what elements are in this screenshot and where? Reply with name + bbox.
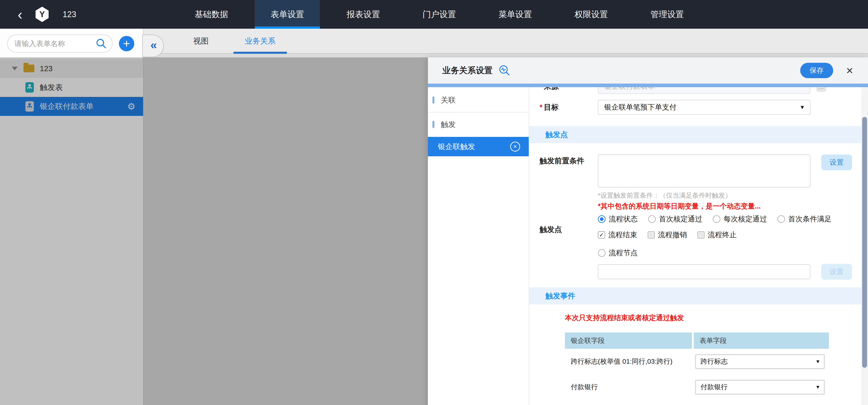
table-picker-icon	[816, 87, 826, 92]
node-input[interactable]	[598, 264, 810, 279]
back-icon[interactable]: ‹	[18, 2, 22, 27]
form-field-select[interactable]: 付款银行 ▼	[695, 380, 825, 394]
gear-icon[interactable]: ⚙	[127, 102, 135, 111]
table-header-row: 银企联字段 表单字段	[565, 333, 829, 349]
form-tree-sidebar: + 123 触发表	[0, 29, 144, 405]
nav-tab-base-data[interactable]: 基础数据	[179, 0, 244, 29]
node-radio-row: 流程节点	[598, 248, 868, 258]
nav-tab-permission-settings[interactable]: 权限设置	[559, 0, 624, 29]
required-mark: *	[539, 87, 542, 91]
search-icon[interactable]	[95, 38, 107, 49]
radio-icon	[777, 215, 785, 223]
check-icon: ✓	[599, 232, 604, 238]
relation-form-main: *来源 *目标 银企联单笔预下单支付 ▼	[529, 87, 868, 405]
radio-first-approval[interactable]: 首次核定通过	[648, 214, 702, 224]
nav-tab-form-settings[interactable]: 表单设置	[255, 0, 320, 29]
select-value: 跨行标志	[701, 357, 727, 366]
node-set-button[interactable]: 设置	[821, 264, 852, 280]
tab-view[interactable]: 视图	[182, 29, 220, 53]
canvas-tabs: 视图 业务关系	[144, 29, 868, 54]
radio-icon	[648, 215, 656, 223]
section-title: 触发点	[546, 130, 568, 140]
radio-process-status[interactable]: 流程状态	[598, 214, 638, 224]
dropdown-caret-icon: ▼	[800, 104, 805, 110]
radio-every-approval[interactable]: 每次核定通过	[713, 214, 767, 224]
remove-circle-x-icon[interactable]: ×	[510, 142, 520, 151]
select-value: 付款银行	[701, 382, 727, 392]
business-relation-drawer: 业务关系设置 保存 × 关联 触发	[428, 57, 868, 405]
required-mark: *	[539, 103, 542, 111]
nav-tab-menu-settings[interactable]: 菜单设置	[483, 0, 548, 29]
trigger-event-warning: 本次只支持流程结束或者核定通过触发	[565, 313, 868, 323]
subnav-divider	[428, 112, 529, 112]
section-trigger-point: 触发点	[529, 126, 868, 143]
nav-tab-report-settings[interactable]: 报表设置	[331, 0, 396, 29]
form-doc-icon	[25, 101, 34, 112]
checkbox-process-terminate[interactable]: ✓ 流程终止	[698, 230, 737, 240]
radio-process-node[interactable]: 流程节点	[598, 248, 638, 258]
form-field-select[interactable]: 跨行标志 ▼	[695, 355, 825, 369]
precondition-set-button[interactable]: 设置	[821, 155, 852, 170]
section-trigger-event: 触发事件	[529, 287, 868, 304]
table-row: 付款账号 付款账号 ▼	[565, 400, 829, 405]
radio-icon	[598, 215, 606, 223]
drawer-header: 业务关系设置 保存 ×	[428, 57, 868, 83]
bank-field-cell: 付款银行	[565, 382, 695, 392]
drawer-body: 关联 触发 银企联触发 × *来源	[428, 87, 868, 405]
vertical-scrollbar[interactable]	[861, 87, 868, 405]
inspect-pulse-icon[interactable]	[498, 64, 510, 76]
subnav-label: 银企联触发	[438, 142, 475, 152]
close-icon[interactable]: ×	[846, 65, 853, 76]
trigger-point-row: 触发点 流程状态 首次核定通过	[529, 214, 868, 280]
tab-business-relation[interactable]: 业务关系	[234, 29, 287, 53]
subnav-item-association[interactable]: 关联	[428, 92, 529, 108]
subnav-item-trigger[interactable]: 触发	[428, 116, 529, 133]
item-marker	[432, 96, 434, 104]
table-row: 跨行标志(枚举值 01:同行,03:跨行) 跨行标志 ▼	[565, 349, 829, 374]
target-row: *目标 银企联单笔预下单支付 ▼	[529, 100, 868, 115]
radio-icon	[598, 249, 606, 257]
subnav-item-bank-trigger[interactable]: 银企联触发 ×	[428, 137, 529, 156]
search-box[interactable]	[7, 35, 113, 53]
checkbox-icon: ✓	[598, 231, 605, 239]
tree-item-label: 银企联付款表单	[40, 101, 94, 111]
precondition-label: 触发前置条件	[529, 155, 598, 188]
collapse-sidebar-button[interactable]: «	[142, 35, 164, 57]
source-row: *来源	[529, 87, 868, 94]
precondition-textarea[interactable]	[598, 155, 810, 188]
dropdown-caret-icon: ▼	[815, 359, 820, 365]
add-form-button[interactable]: +	[119, 36, 134, 51]
nav-tab-admin-settings[interactable]: 管理设置	[634, 0, 700, 29]
target-select[interactable]: 银企联单笔预下单支付 ▼	[598, 100, 810, 115]
tree-item-trigger-table[interactable]: 触发表	[0, 78, 143, 97]
tree-item-bank-payment-form[interactable]: 银企联付款表单 ⚙	[0, 97, 143, 116]
precondition-warning: *其中包含的系统日期等日期变量，是一个动态变量...	[598, 201, 868, 211]
save-button[interactable]: 保存	[800, 63, 833, 78]
vertical-scrollbar-thumb[interactable]	[862, 117, 867, 368]
tree-item-folder-123[interactable]: 123	[0, 59, 143, 78]
search-input[interactable]	[14, 39, 95, 48]
column-header-bank-field: 银企联字段	[565, 333, 694, 349]
nav-tab-portal-settings[interactable]: 门户设置	[407, 0, 472, 29]
status-radio-row: 流程状态 首次核定通过 每次核定通过	[598, 214, 868, 224]
top-nav-tabs: 基础数据 表单设置 报表设置 门户设置 菜单设置 权限设置 管理设置	[174, 0, 705, 29]
tree-folder-label: 123	[40, 64, 53, 73]
bank-field-cell: 跨行标志(枚举值 01:同行,03:跨行)	[565, 357, 695, 366]
dropdown-caret-icon: ▼	[815, 384, 820, 390]
checkbox-process-end[interactable]: ✓ 流程结束	[598, 230, 637, 240]
precondition-row: 触发前置条件 设置	[529, 155, 868, 188]
subnav-label: 关联	[441, 95, 456, 105]
radio-first-condition[interactable]: 首次条件满足	[777, 214, 832, 224]
tree-item-label: 触发表	[40, 82, 63, 93]
item-marker	[432, 121, 434, 128]
expander-caret-icon[interactable]	[12, 67, 18, 70]
source-label: *来源	[529, 87, 598, 92]
target-select-value: 银企联单笔预下单支付	[604, 102, 677, 112]
sidebar-search-row: +	[0, 29, 143, 58]
source-input[interactable]	[598, 87, 810, 94]
field-mapping-table: 银企联字段 表单字段 跨行标志(枚举值 01:同行,03:跨行) 跨行标志 ▼ …	[565, 333, 829, 405]
double-chevron-left-icon: «	[151, 38, 156, 54]
checkbox-process-revoke[interactable]: ✓ 流程撤销	[648, 230, 687, 240]
radio-icon	[713, 215, 720, 223]
column-header-form-field: 表单字段	[694, 333, 829, 349]
